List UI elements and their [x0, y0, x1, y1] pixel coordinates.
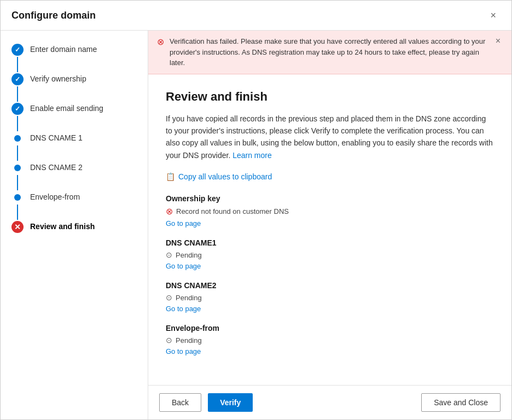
record-status-envelope: ⊙ Pending	[166, 336, 494, 345]
error-icon-ownership: ⊗	[166, 206, 173, 217]
step-line-1	[17, 57, 18, 72]
step-circle-envelope-from	[14, 194, 21, 201]
step-circle-verify-ownership: ✓	[11, 73, 24, 85]
main-content: ⊗ Verification has failed. Please make s…	[148, 31, 511, 419]
record-ownership-key: Ownership key ⊗ Record not found on cust…	[166, 194, 494, 228]
back-button[interactable]: Back	[159, 393, 201, 412]
record-title-ownership: Ownership key	[166, 194, 494, 203]
go-to-page-cname2[interactable]: Go to page	[166, 305, 201, 313]
record-status-cname2: ⊙ Pending	[166, 293, 494, 302]
step-circle-enter-domain: ✓	[11, 44, 24, 56]
learn-more-link[interactable]: Learn more	[232, 151, 272, 160]
dialog-footer: Back Verify Save and Close	[148, 385, 511, 419]
step-circle-enable-email: ✓	[11, 103, 24, 115]
sidebar-item-dns-cname-1[interactable]: DNS CNAME 1	[11, 132, 137, 162]
save-and-close-button[interactable]: Save and Close	[421, 393, 501, 412]
step-circle-dns-cname-2	[14, 165, 21, 171]
alert-banner: ⊗ Verification has failed. Please make s…	[148, 31, 511, 74]
alert-message: Verification has failed. Please make sur…	[170, 36, 488, 68]
sidebar-item-verify-ownership[interactable]: ✓ Verify ownership	[11, 73, 137, 103]
status-text-cname1: Pending	[176, 251, 202, 259]
step-line-5	[17, 175, 18, 190]
status-text-ownership: Record not found on customer DNS	[176, 207, 289, 215]
section-title: Review and finish	[166, 90, 494, 104]
description-text: If you have copied all records in the pr…	[166, 113, 494, 162]
record-status-ownership: ⊗ Record not found on customer DNS	[166, 206, 494, 217]
step-label-enable-email: Enable email sending	[30, 103, 103, 113]
step-label-enter-domain: Enter domain name	[30, 44, 97, 54]
pending-icon-envelope: ⊙	[166, 336, 172, 345]
step-label-dns-cname-2: DNS CNAME 2	[30, 162, 83, 172]
step-line-2	[17, 86, 18, 102]
step-label-review-finish: Review and finish	[30, 221, 95, 231]
dialog-title: Configure domain	[11, 10, 96, 21]
go-to-page-envelope[interactable]: Go to page	[166, 347, 201, 355]
sidebar-item-enter-domain[interactable]: ✓ Enter domain name	[11, 44, 137, 73]
step-label-envelope-from: Envelope-from	[30, 191, 80, 201]
footer-left-buttons: Back Verify	[159, 393, 253, 412]
record-envelope-from: Envelope-from ⊙ Pending Go to page	[166, 324, 494, 355]
pending-icon-cname1: ⊙	[166, 250, 172, 259]
step-line-4	[17, 145, 18, 161]
configure-domain-dialog: Configure domain × ✓ Enter domain name ✓	[0, 0, 512, 420]
status-text-cname2: Pending	[176, 294, 202, 302]
record-title-envelope: Envelope-from	[166, 324, 494, 332]
pending-icon-cname2: ⊙	[166, 293, 172, 302]
sidebar-item-enable-email[interactable]: ✓ Enable email sending	[11, 103, 137, 132]
alert-close-button[interactable]: ×	[493, 36, 503, 46]
sidebar-item-envelope-from[interactable]: Envelope-from	[11, 191, 137, 221]
go-to-page-cname1[interactable]: Go to page	[166, 262, 201, 270]
record-status-cname1: ⊙ Pending	[166, 250, 494, 259]
alert-error-icon: ⊗	[157, 37, 164, 47]
record-title-cname2: DNS CNAME2	[166, 281, 494, 290]
copy-all-values-link[interactable]: 📋 Copy all values to clipboard	[166, 172, 494, 181]
sidebar-item-dns-cname-2[interactable]: DNS CNAME 2	[11, 162, 137, 191]
step-circle-dns-cname-1	[14, 135, 21, 142]
dialog-close-button[interactable]: ×	[486, 8, 501, 22]
step-line-6	[17, 205, 18, 220]
sidebar: ✓ Enter domain name ✓ Verify ownership	[1, 31, 148, 419]
step-circle-review-finish: ✕	[11, 221, 24, 233]
copy-icon: 📋	[166, 172, 175, 181]
verify-button[interactable]: Verify	[208, 393, 253, 412]
record-dns-cname2: DNS CNAME2 ⊙ Pending Go to page	[166, 281, 494, 313]
dialog-body: ✓ Enter domain name ✓ Verify ownership	[1, 31, 511, 419]
go-to-page-ownership[interactable]: Go to page	[166, 219, 201, 228]
step-label-verify-ownership: Verify ownership	[30, 73, 86, 83]
sidebar-item-review-finish[interactable]: ✕ Review and finish	[11, 221, 137, 233]
step-label-dns-cname-1: DNS CNAME 1	[30, 132, 83, 142]
content-area: Review and finish If you have copied all…	[148, 74, 511, 386]
record-title-cname1: DNS CNAME1	[166, 238, 494, 247]
record-dns-cname1: DNS CNAME1 ⊙ Pending Go to page	[166, 238, 494, 270]
dialog-header: Configure domain ×	[1, 1, 511, 31]
status-text-envelope: Pending	[176, 336, 202, 345]
step-line-3	[17, 116, 18, 131]
